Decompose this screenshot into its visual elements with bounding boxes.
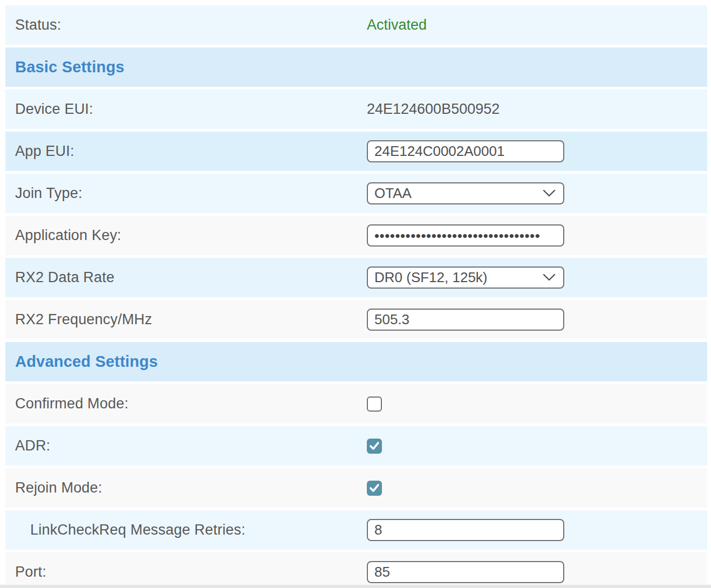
horizontal-scrollbar[interactable] [0,585,711,588]
row-rejoin-mode: Rejoin Mode: [5,468,707,508]
join-type-label: Join Type: [15,185,83,202]
lorawan-settings-form: Status: Activated Basic Settings Device … [5,5,707,588]
chevron-down-icon [543,274,556,282]
adr-label: ADR: [15,437,50,454]
row-port: Port: [5,552,707,588]
rejoin-mode-label: Rejoin Mode: [15,480,102,496]
adr-checkbox[interactable] [367,439,382,454]
device-settings-panel: Status: Activated Basic Settings Device … [0,0,711,588]
status-label: Status: [15,17,61,33]
application-key-input[interactable] [367,224,564,247]
row-rx2-frequency: RX2 Frequency/MHz [5,300,707,339]
device-eui-value: 24E124600B500952 [367,101,500,118]
linkcheckreq-retries-label: LinkCheckReq Message Retries: [30,522,245,538]
app-eui-input[interactable] [367,140,564,162]
section-basic-settings-title: Basic Settings [15,58,125,76]
port-label: Port: [15,564,46,580]
port-input[interactable] [367,561,564,583]
row-device-eui: Device EUI: 24E124600B500952 [5,90,707,129]
section-basic-settings: Basic Settings [5,47,707,87]
rx2-data-rate-selected-option: DR0 (SF12, 125k) [368,269,488,286]
chevron-down-icon [543,189,556,197]
row-confirmed-mode: Confirmed Mode: [5,384,707,423]
row-application-key: Application Key: [5,216,707,255]
app-eui-label: App EUI: [15,143,74,160]
join-type-select[interactable]: OTAA [367,182,564,204]
join-type-selected-option: OTAA [368,185,412,202]
rejoin-mode-checkbox[interactable] [367,481,382,496]
row-rx2-data-rate: RX2 Data Rate DR0 (SF12, 125k) [5,258,707,297]
confirmed-mode-checkbox[interactable] [367,396,382,412]
row-linkcheckreq-retries: LinkCheckReq Message Retries: [5,510,707,550]
rx2-frequency-label: RX2 Frequency/MHz [15,311,152,328]
confirmed-mode-label: Confirmed Mode: [15,395,128,412]
row-adr: ADR: [5,426,707,466]
rx2-data-rate-label: RX2 Data Rate [15,269,114,286]
section-advanced-settings: Advanced Settings [5,342,707,381]
linkcheckreq-retries-input[interactable] [367,519,564,541]
row-app-eui: App EUI: [5,132,707,171]
section-advanced-settings-title: Advanced Settings [15,353,158,371]
row-status: Status: Activated [5,5,707,45]
status-value: Activated [367,17,427,33]
device-eui-label: Device EUI: [15,101,93,118]
application-key-label: Application Key: [15,227,121,244]
rx2-data-rate-select[interactable]: DR0 (SF12, 125k) [367,266,564,289]
rx2-frequency-input[interactable] [367,309,564,331]
row-join-type: Join Type: OTAA [5,174,707,213]
